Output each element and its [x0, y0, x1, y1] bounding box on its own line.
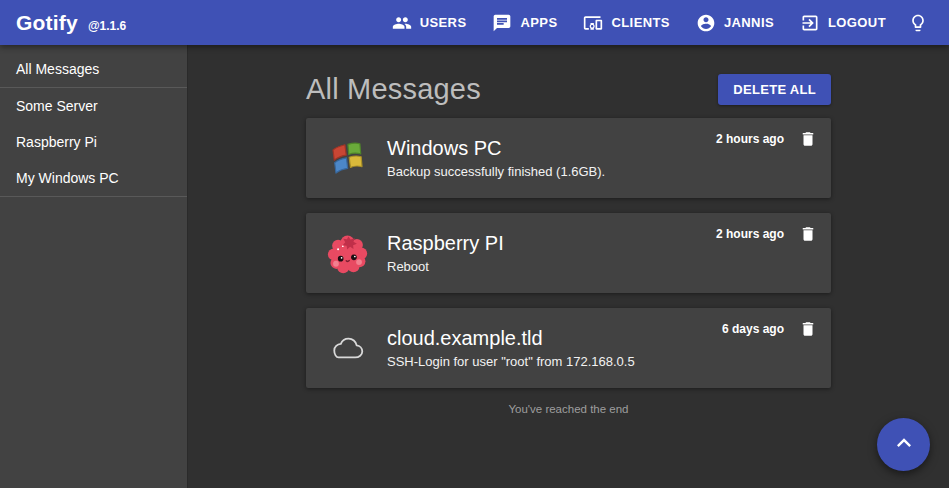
nav-user-label: JANNIS — [724, 15, 774, 30]
navbar: Gotify @1.1.6 USERS APPS CLIENTS JANNIS — [0, 0, 949, 45]
page-title: All Messages — [306, 73, 481, 106]
nav-apps-label: APPS — [520, 15, 557, 30]
sidebar: All Messages Some Server Raspberry Pi My… — [0, 45, 188, 488]
nav-clients-label: CLIENTS — [611, 15, 669, 30]
account-circle-icon — [696, 13, 716, 33]
scroll-to-top-button[interactable] — [877, 418, 930, 471]
theme-toggle-button[interactable] — [899, 5, 937, 41]
brand-version: @1.1.6 — [88, 19, 126, 33]
sidebar-item-my-windows-pc[interactable]: My Windows PC — [0, 160, 187, 196]
nav-apps-button[interactable]: APPS — [479, 5, 570, 41]
nav-user-account-button[interactable]: JANNIS — [683, 5, 787, 41]
windows-logo-icon — [327, 138, 368, 179]
message-title: Raspberry PI — [387, 232, 665, 255]
sidebar-item-all-messages[interactable]: All Messages — [0, 51, 187, 87]
trash-icon — [799, 231, 817, 246]
end-of-list-text: You've reached the end — [306, 403, 831, 415]
nav-logout-button[interactable]: LOGOUT — [787, 5, 899, 41]
delete-message-button[interactable] — [799, 130, 817, 148]
delete-message-button[interactable] — [799, 320, 817, 338]
navbar-actions: USERS APPS CLIENTS JANNIS LOGOUT — [379, 5, 933, 41]
gotify-app: Gotify @1.1.6 USERS APPS CLIENTS JANNIS — [0, 0, 949, 488]
delete-message-button[interactable] — [799, 225, 817, 243]
devices-icon — [583, 13, 603, 33]
nav-logout-label: LOGOUT — [828, 15, 886, 30]
sidebar-divider — [0, 196, 187, 197]
brand-link[interactable]: Gotify @1.1.6 — [16, 11, 126, 35]
chevron-up-icon — [890, 429, 918, 460]
sidebar-item-raspberry-pi[interactable]: Raspberry Pi — [0, 124, 187, 160]
message-card-cloud: cloud.example.tld SSH-Login for user "ro… — [306, 308, 831, 388]
users-group-icon — [392, 13, 412, 33]
nav-users-button[interactable]: USERS — [379, 5, 480, 41]
nav-users-label: USERS — [420, 15, 467, 30]
cloud-logo-icon — [327, 328, 368, 369]
main-area: All Messages DELETE ALL W — [188, 45, 949, 488]
message-card-windows-pc: Windows PC Backup successfully finished … — [306, 118, 831, 198]
logout-icon — [800, 13, 820, 33]
trash-icon — [799, 136, 817, 151]
brand-title: Gotify — [16, 11, 78, 35]
message-timestamp: 6 days ago — [722, 322, 784, 336]
message-meta: 6 days ago — [722, 320, 817, 338]
page-header: All Messages DELETE ALL — [306, 72, 831, 106]
lightbulb-icon — [908, 13, 928, 33]
sidebar-item-some-server[interactable]: Some Server — [0, 88, 187, 124]
message-body: Reboot — [387, 259, 665, 274]
message-body: Backup successfully finished (1.6GB). — [387, 164, 665, 179]
chat-bubble-icon — [492, 13, 512, 33]
nav-clients-button[interactable]: CLIENTS — [570, 5, 682, 41]
message-title: Windows PC — [387, 137, 665, 160]
message-timestamp: 2 hours ago — [716, 227, 784, 241]
message-title: cloud.example.tld — [387, 327, 665, 350]
message-meta: 2 hours ago — [716, 225, 817, 243]
message-meta: 2 hours ago — [716, 130, 817, 148]
message-timestamp: 2 hours ago — [716, 132, 784, 146]
delete-all-button[interactable]: DELETE ALL — [718, 74, 831, 105]
trash-icon — [799, 326, 817, 341]
message-card-raspberry-pi: Raspberry PI Reboot 2 hours ago — [306, 213, 831, 293]
message-body: SSH-Login for user "root" from 172.168.0… — [387, 354, 665, 369]
raspberry-logo-icon — [327, 233, 368, 274]
